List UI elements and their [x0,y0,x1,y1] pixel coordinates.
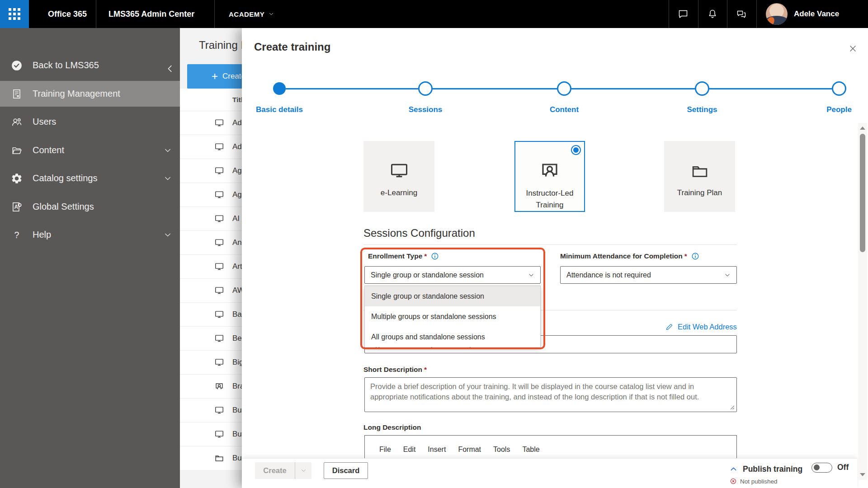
toggle-state-label: Off [837,463,849,472]
monitor-icon [214,310,224,319]
enrollment-type-select[interactable]: Single group or standalone session [364,266,541,284]
sidebar-item-content[interactable]: Content [0,137,180,163]
create-button[interactable]: Create [255,462,295,479]
monitor-icon [214,118,224,128]
publish-training-control[interactable]: Publish training [729,463,802,475]
close-icon [849,44,857,53]
step-connector [433,88,557,89]
user-name: Adele Vance [794,0,839,28]
monitor-icon [214,405,224,415]
chevron-down-icon [164,174,172,183]
question-mark-icon [11,229,23,241]
close-button[interactable] [846,42,859,55]
feedback-icon [736,9,747,19]
monitor-icon [214,166,224,176]
chat-icon [678,9,689,19]
divider [363,244,737,245]
modal-scrollbar[interactable] [858,123,867,480]
sidebar: Back to LMS365 Training Management Users… [0,28,180,488]
step-connector [286,88,418,89]
dropdown-option-multiple-groups[interactable]: Multiple groups or standalone sessions [365,306,540,327]
card-instructor-led-training[interactable]: Instructor-Led Training [514,141,585,212]
sidebar-item-catalog-settings[interactable]: Catalog settings [0,165,180,191]
monitor-icon [214,142,224,152]
tenant-label: ACADEMY [229,10,264,18]
divider [214,0,215,28]
publish-training-label: Publish training [743,465,802,474]
chat-button[interactable] [669,0,698,28]
scroll-up-arrow[interactable] [860,127,865,130]
sidebar-item-help[interactable]: Help [0,222,180,248]
scroll-down-arrow[interactable] [860,473,865,476]
people-icon [11,116,23,128]
short-description-label: Short Description* [363,366,427,374]
menu-insert[interactable]: Insert [428,446,446,454]
long-description-label: Long Description [363,423,421,432]
radio-selected-icon [571,145,581,155]
app-launcher-button[interactable] [0,0,29,28]
card-training-plan[interactable]: Training Plan [664,141,735,212]
menu-format[interactable]: Format [458,446,481,454]
sidebar-item-back-to-lms365[interactable]: Back to LMS365 [0,52,180,78]
screen: Office 365 LMS365 Admin Center ACADEMY A… [0,0,868,488]
short-description-textarea[interactable] [364,377,737,412]
info-icon[interactable] [691,252,699,260]
sidebar-item-users[interactable]: Users [0,109,180,135]
create-split-button[interactable]: Create [255,462,311,479]
step-settings-dot[interactable] [695,81,709,96]
gear-icon [11,173,23,184]
create-training-modal: Create training Basic details Sessions C… [242,28,868,488]
step-label-settings[interactable]: Settings [657,105,747,114]
card-e-learning[interactable]: e-Learning [363,141,434,212]
sidebar-item-label: Content [33,145,64,155]
publish-toggle[interactable] [811,463,832,473]
menu-file[interactable]: File [379,446,391,454]
menu-edit[interactable]: Edit [403,446,416,454]
sidebar-item-label: Back to LMS365 [33,60,99,70]
create-dropdown-button[interactable] [295,462,311,479]
step-content-dot[interactable] [557,81,571,96]
scrollbar-thumb[interactable] [860,134,865,252]
attendance-select[interactable]: Attendance is not required [560,266,737,284]
monitor-icon [214,190,224,200]
plus-icon: + [212,70,218,83]
step-basic-details-dot[interactable] [273,82,286,95]
info-icon[interactable] [431,252,439,260]
step-label-sessions[interactable]: Sessions [380,105,471,114]
chevron-down-icon [528,272,534,278]
sidebar-item-global-settings[interactable]: Global Settings [0,194,180,220]
monitor-icon [214,333,224,343]
instructor-icon [538,158,561,181]
monitor-icon [388,157,410,181]
menu-table[interactable]: Table [522,446,539,454]
chevron-down-icon [164,231,172,239]
toggle-knob [814,465,820,470]
enrollment-type-label: Enrollment Type* [368,251,439,261]
folder-open-icon [11,145,23,156]
step-people-dot[interactable] [832,81,846,96]
discard-button[interactable]: Discard [324,462,368,479]
feedback-button[interactable] [727,0,756,28]
sidebar-item-training-management[interactable]: Training Management [0,81,180,107]
dropdown-option-all-groups[interactable]: All groups and standalone sessions [365,327,540,347]
monitor-icon [214,429,224,439]
step-label-basic-details[interactable]: Basic details [234,105,325,114]
tenant-selector[interactable]: ACADEMY [229,0,274,28]
selected-value: Single group or standalone session [371,271,484,279]
not-published-icon [730,478,736,484]
edit-web-address-link[interactable]: Edit Web Address [665,321,737,332]
top-suite-bar: Office 365 LMS365 Admin Center ACADEMY A… [0,0,868,28]
step-sessions-dot[interactable] [418,81,433,96]
step-label-content[interactable]: Content [519,105,609,114]
required-asterisk: * [424,366,427,373]
step-connector [571,88,695,89]
office-365-link[interactable]: Office 365 [48,0,87,28]
avatar[interactable] [766,3,788,25]
modal-title: Create training [254,41,330,53]
menu-tools[interactable]: Tools [493,446,510,454]
dropdown-option-single-group[interactable]: Single group or standalone session [365,286,540,306]
step-label-people[interactable]: People [794,105,868,114]
card-label: e-Learning [370,187,429,199]
chevron-down-icon [164,146,172,155]
notifications-button[interactable] [698,0,727,28]
